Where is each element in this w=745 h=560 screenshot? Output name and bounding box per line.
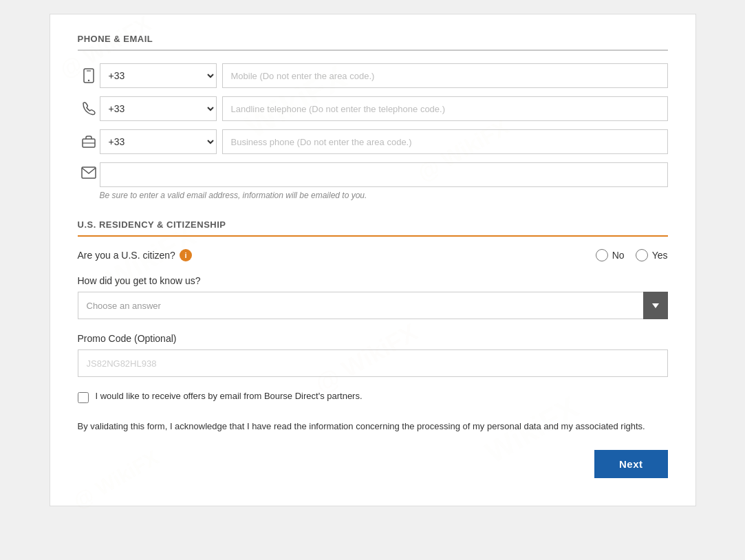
promo-code-group: Promo Code (Optional) [78,333,668,377]
mobile-icon [78,68,100,83]
promo-code-label: Promo Code (Optional) [78,333,668,344]
citizenship-section-header: U.S. RESIDENCY & CITIZENSHIP [78,219,668,237]
offers-checkbox[interactable] [78,392,89,403]
citizenship-row: Are you a U.S. citizen? i No Yes [78,249,668,261]
radio-no[interactable] [596,249,608,261]
business-country-select[interactable]: +33 +1 +44 +49 [100,129,217,154]
phone-email-section-header: PHONE & EMAIL [78,34,668,51]
how-know-select-wrap[interactable]: Choose an answer Internet Friend Adverti… [78,292,668,319]
landline-icon [78,101,100,116]
mobile-country-select[interactable]: +33 +1 +44 +49 [100,63,217,88]
radio-no-label: No [612,250,625,261]
landline-country-select[interactable]: +33 +1 +44 +49 [100,96,217,121]
radio-no-option[interactable]: No [596,249,625,261]
how-know-label: How did you get to know us? [78,275,668,286]
email-input-wrap: Be sure to enter a valid email address, … [100,162,668,200]
email-hint: Be sure to enter a valid email address, … [100,191,668,200]
svg-point-1 [87,80,89,81]
citizenship-radio-group: No Yes [596,249,668,261]
how-know-group: How did you get to know us? Choose an an… [78,275,668,319]
briefcase-icon [78,135,100,149]
mobile-input[interactable] [222,63,668,88]
how-know-select[interactable]: Choose an answer Internet Friend Adverti… [78,292,668,319]
citizenship-question: Are you a U.S. citizen? [78,250,175,261]
landline-row: +33 +1 +44 +49 [78,96,668,121]
radio-yes-label: Yes [652,250,668,261]
next-button[interactable]: Next [594,450,668,478]
offers-checkbox-row: I would like to receive offers by email … [78,391,668,403]
email-input[interactable] [100,162,668,187]
promo-code-input[interactable] [78,349,668,377]
business-row: +33 +1 +44 +49 [78,129,668,154]
business-country-code[interactable]: +33 +1 +44 +49 [100,129,217,154]
radio-yes-option[interactable]: Yes [636,249,668,261]
privacy-notice: By validating this form, I acknowledge t… [78,420,668,433]
offers-checkbox-label: I would like to receive offers by email … [96,391,363,401]
mobile-country-code[interactable]: +33 +1 +44 +49 [100,63,217,88]
info-icon[interactable]: i [180,249,192,261]
citizenship-section: U.S. RESIDENCY & CITIZENSHIP Are you a U… [78,219,668,261]
business-input[interactable] [222,129,668,154]
landline-country-code[interactable]: +33 +1 +44 +49 [100,96,217,121]
mobile-row: +33 +1 +44 +49 [78,63,668,88]
email-row: Be sure to enter a valid email address, … [78,162,668,200]
main-form: PHONE & EMAIL +33 +1 +44 +49 [50,14,696,506]
radio-yes[interactable] [636,249,648,261]
svg-rect-5 [82,167,96,178]
form-footer: Next [78,450,668,478]
email-icon [78,162,100,179]
landline-input[interactable] [222,96,668,121]
